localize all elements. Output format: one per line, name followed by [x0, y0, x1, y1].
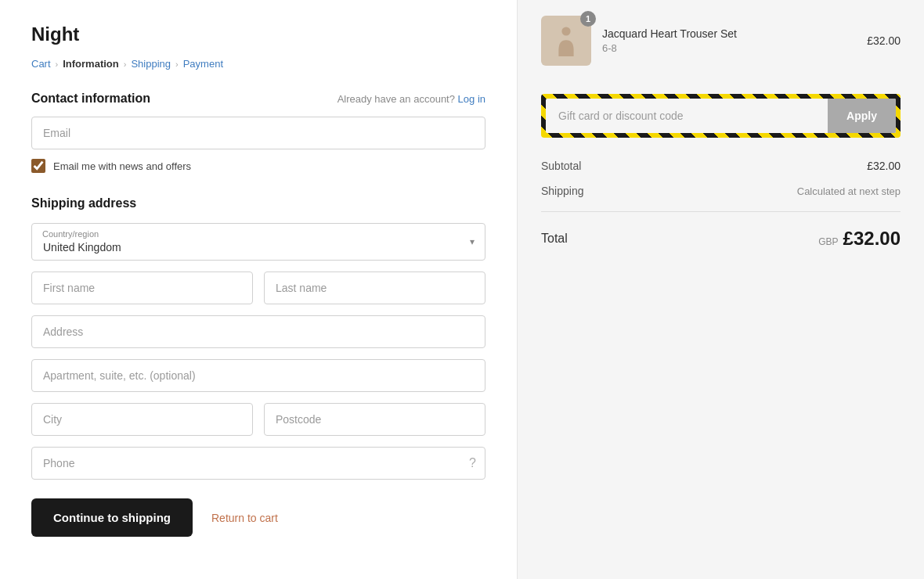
store-name: Night — [31, 23, 485, 45]
product-left: 1 Jacquard Heart Trouser Set 6-8 — [541, 16, 737, 66]
discount-inner: Apply — [546, 99, 896, 133]
newsletter-label[interactable]: Email me with news and offers — [53, 160, 191, 172]
address-input[interactable] — [31, 315, 485, 348]
right-panel: 1 Jacquard Heart Trouser Set 6-8 £32.00 … — [517, 0, 924, 579]
postcode-input[interactable] — [264, 403, 485, 436]
discount-input[interactable] — [546, 99, 828, 133]
product-image-wrapper: 1 — [541, 16, 591, 66]
hazard-border: Apply — [541, 94, 901, 138]
contact-header: Contact information Already have an acco… — [31, 92, 485, 106]
product-variant: 6-8 — [602, 42, 737, 54]
apartment-field — [31, 359, 485, 392]
shipping-title: Shipping address — [31, 196, 485, 210]
totals-divider — [541, 211, 901, 212]
email-wrapper — [31, 117, 485, 149]
contact-title: Contact information — [31, 92, 150, 106]
chevron-icon: › — [56, 59, 59, 69]
subtotal-label: Subtotal — [541, 160, 581, 172]
city-input[interactable] — [31, 403, 253, 436]
apply-button[interactable]: Apply — [828, 99, 896, 133]
newsletter-row: Email me with news and offers — [31, 159, 485, 173]
total-row: Total GBP £32.00 — [541, 220, 901, 257]
phone-help-icon[interactable]: ? — [469, 456, 476, 470]
breadcrumb-payment[interactable]: Payment — [183, 58, 223, 70]
total-value-group: GBP £32.00 — [818, 228, 901, 250]
svg-point-0 — [561, 27, 570, 35]
total-value: £32.00 — [843, 228, 901, 250]
total-label: Total — [541, 232, 568, 246]
shipping-label: Shipping — [541, 185, 584, 197]
chevron-icon-3: › — [175, 59, 179, 69]
subtotal-row: Subtotal £32.00 — [541, 153, 901, 178]
product-price: £32.00 — [867, 34, 901, 47]
apartment-input[interactable] — [31, 359, 485, 392]
product-thumbnail-icon — [550, 25, 582, 56]
breadcrumb: Cart › Information › Shipping › Payment — [31, 58, 485, 70]
phone-input[interactable] — [31, 447, 485, 480]
continue-button[interactable]: Continue to shipping — [31, 498, 193, 537]
log-in-link[interactable]: Log in — [458, 93, 485, 105]
first-name-input[interactable] — [31, 272, 253, 304]
breadcrumb-cart[interactable]: Cart — [31, 58, 51, 70]
country-wrapper: Country/region United Kingdom ▾ — [31, 223, 485, 261]
breadcrumb-information: Information — [63, 58, 119, 70]
totals-section: Subtotal £32.00 Shipping Calculated at n… — [541, 153, 901, 257]
name-row — [31, 272, 485, 304]
newsletter-checkbox[interactable] — [31, 159, 45, 173]
shipping-value: Calculated at next step — [797, 185, 901, 197]
chevron-icon-2: › — [124, 59, 127, 69]
country-label: Country/region — [42, 229, 99, 239]
action-row: Continue to shipping Return to cart — [31, 498, 485, 537]
login-prompt: Already have an account? Log in — [337, 93, 485, 105]
email-input[interactable] — [31, 117, 485, 149]
return-to-cart-link[interactable]: Return to cart — [211, 512, 278, 524]
total-currency: GBP — [818, 236, 838, 247]
product-quantity-badge: 1 — [580, 11, 596, 27]
product-info: Jacquard Heart Trouser Set 6-8 — [602, 27, 737, 54]
discount-section: Apply — [541, 94, 901, 138]
last-name-input[interactable] — [264, 272, 485, 304]
country-select[interactable]: United Kingdom — [31, 223, 485, 261]
city-postcode-row — [31, 403, 485, 436]
phone-wrapper: ? — [31, 447, 485, 480]
left-panel: Night Cart › Information › Shipping › Pa… — [0, 0, 517, 579]
product-row: 1 Jacquard Heart Trouser Set 6-8 £32.00 — [541, 16, 901, 78]
address-field — [31, 315, 485, 348]
breadcrumb-shipping[interactable]: Shipping — [131, 58, 171, 70]
subtotal-value: £32.00 — [867, 160, 901, 172]
product-name: Jacquard Heart Trouser Set — [602, 27, 737, 40]
shipping-row: Shipping Calculated at next step — [541, 178, 901, 203]
